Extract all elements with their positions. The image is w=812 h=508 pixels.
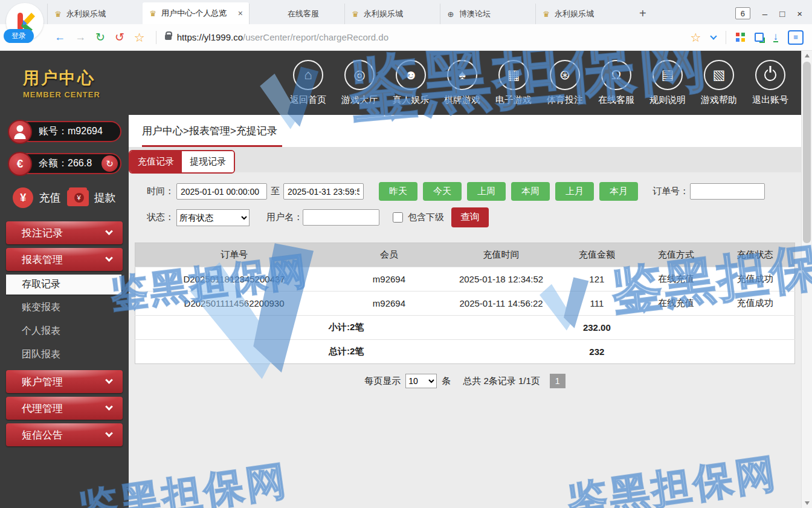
sidebar-subitem-deposit-records-active[interactable]: 存取记录 [6, 275, 121, 295]
username-input[interactable] [303, 209, 379, 226]
nav-rules[interactable]: ▤ 规则说明 [650, 60, 685, 106]
order-no-input[interactable] [690, 183, 765, 200]
chevron-down-icon[interactable] [710, 33, 717, 39]
download-icon[interactable]: ↓ [773, 32, 779, 42]
quick-yesterday-button[interactable]: 昨天 [379, 182, 417, 201]
breadcrumb-bar: 用户中心>报表管理>充提记录 [129, 115, 801, 147]
nav-help[interactable]: ▧ 游戏帮助 [701, 60, 736, 106]
nav-home[interactable]: ⌂ 返回首页 [291, 60, 326, 106]
sidebar-subitem-personal-report[interactable]: 个人报表 [0, 319, 129, 343]
chevron-down-icon [105, 403, 113, 411]
recharge-button[interactable]: ¥ 充值 [13, 187, 60, 208]
nav-sports[interactable]: ⊛ 体育投注 [547, 60, 582, 106]
card-games-icon: ♠ [447, 60, 477, 90]
maximize-button[interactable]: □ [779, 8, 785, 19]
tab-user-center-active[interactable]: ♛ 用户中心-个人总览 × [143, 2, 249, 24]
status-label: 状态： [147, 212, 174, 223]
bookmark-star-icon[interactable]: ☆ [691, 30, 701, 45]
refresh-balance-icon[interactable]: ↻ [102, 155, 118, 172]
undo-icon[interactable]: ↺ [115, 30, 124, 44]
divider [156, 31, 156, 44]
crown-favicon-icon: ♛ [149, 9, 157, 18]
help-icon: ▧ [704, 60, 734, 90]
search-button[interactable]: 查询 [451, 207, 489, 227]
tab-recharge-records[interactable]: 充值记录 [130, 151, 182, 172]
power-icon [755, 60, 785, 90]
tab-yongli-2[interactable]: ♛ 永利娱乐城 [344, 4, 440, 24]
screenshot-icon[interactable] [755, 33, 764, 42]
tab-close-icon[interactable]: × [238, 8, 243, 18]
account-pill: 账号：m92694 [8, 121, 121, 142]
include-sub-label: 包含下级 [408, 212, 444, 223]
home-icon: ⌂ [293, 60, 323, 90]
close-window-button[interactable]: × [797, 8, 802, 19]
include-sub-checkbox[interactable] [393, 212, 403, 223]
sidebar-item-agent-mgmt[interactable]: 代理管理 [6, 397, 123, 420]
header-nav: ⌂ 返回首页 ◎ 游戏大厅 ☻ 真人娱乐 ♠ 棋牌游戏 ▦ 电子游戏 ⊛ 体育投… [291, 60, 812, 106]
new-tab-button[interactable]: + [631, 7, 655, 24]
crown-favicon-icon: ♛ [542, 10, 550, 19]
sidebar-item-sms-notice[interactable]: 短信公告 [6, 423, 123, 446]
tab-count-badge[interactable]: 6 [735, 7, 750, 19]
nav-slots[interactable]: ▦ 电子游戏 [496, 60, 531, 106]
favorites-star-icon[interactable]: ☆ [134, 30, 145, 45]
rules-icon: ▤ [652, 60, 683, 90]
col-order-no: 订单号 [135, 243, 334, 267]
scroll-up-icon[interactable] [805, 54, 810, 57]
refresh-icon[interactable]: ↻ [95, 30, 105, 44]
time-to-input[interactable] [283, 183, 364, 200]
page-1-button[interactable]: 1 [550, 374, 566, 388]
headset-icon: Ω [601, 60, 631, 90]
back-icon[interactable]: ← [54, 31, 65, 44]
subtotal-value: 232.00 [557, 316, 636, 340]
quick-last-month-button[interactable]: 上月 [555, 182, 594, 201]
table-row: D2025011114562200930 m92694 2025-01-11 1… [135, 291, 795, 316]
nav-customer-service[interactable]: Ω 在线客服 [599, 60, 634, 106]
browser-menu-icon[interactable]: ≡ [788, 30, 804, 45]
tab-online-service[interactable]: 在线客服 [249, 4, 344, 24]
col-charge-status: 充值状态 [715, 243, 794, 267]
nav-game-hall[interactable]: ◎ 游戏大厅 [342, 60, 377, 106]
apps-grid-icon[interactable] [736, 33, 745, 42]
tab-withdraw-records[interactable]: 提现记录 [182, 151, 234, 172]
scrollbar-thumb[interactable] [803, 62, 811, 243]
scroll-down-icon[interactable] [805, 501, 810, 505]
sidebar-item-report-mgmt[interactable]: 报表管理 [6, 248, 123, 271]
nav-card-games[interactable]: ♠ 棋牌游戏 [445, 60, 480, 106]
quick-this-week-button[interactable]: 本周 [511, 182, 550, 201]
per-page-select[interactable]: 10 [405, 374, 437, 388]
sidebar-item-bet-records[interactable]: 投注记录 [6, 221, 123, 244]
page-scrollbar[interactable] [801, 51, 812, 508]
url-text[interactable]: https://yl1999.co/userCenter/report/char… [177, 32, 388, 42]
sidebar: 账号：m92694 € 余额：266.8 ↻ ¥ 充值 提款 投注记录 报表管理… [0, 115, 129, 508]
records-summary: 总共 2条记录 1/1页 [463, 376, 540, 387]
quick-today-button[interactable]: 今天 [423, 182, 462, 201]
username-label: 用户名： [266, 212, 303, 223]
quick-this-month-button[interactable]: 本月 [599, 182, 638, 201]
quick-last-week-button[interactable]: 上周 [467, 182, 506, 201]
total-label: 总计:2笔 [135, 340, 558, 364]
chevron-down-icon [105, 254, 113, 262]
sidebar-subitem-team-report[interactable]: 团队报表 [0, 343, 129, 366]
browser-address-bar: ← → ↻ ↺ ☆ https://yl1999.co/userCenter/r… [0, 24, 812, 51]
withdraw-button[interactable]: 提款 [67, 187, 116, 208]
divider [726, 31, 726, 44]
browser-login-button[interactable]: 登录 [4, 29, 34, 43]
nav-live-casino[interactable]: ☻ 真人娱乐 [393, 60, 428, 106]
breadcrumb: 用户中心>报表管理>充提记录 [142, 124, 801, 138]
tab-yongli-3[interactable]: ♛ 永利娱乐城 [535, 4, 631, 24]
sidebar-subitem-account-change-report[interactable]: 账变报表 [0, 296, 129, 319]
chevron-down-icon [105, 227, 113, 235]
tab-yongli-1[interactable]: ♛ 永利娱乐城 [47, 4, 143, 24]
tab-forum[interactable]: ⊕ 博澳论坛 [440, 4, 535, 24]
sidebar-item-account-mgmt[interactable]: 账户管理 [6, 370, 123, 393]
nav-logout[interactable]: 退出账号 [753, 60, 788, 106]
status-select[interactable]: 所有状态 [176, 209, 250, 226]
order-no-label: 订单号： [652, 186, 689, 197]
col-charge-time: 充值时间 [445, 243, 558, 267]
crown-favicon-icon: ♛ [54, 10, 62, 19]
minimize-button[interactable]: – [762, 8, 767, 19]
time-from-input[interactable] [176, 183, 267, 200]
forward-icon[interactable]: → [75, 31, 86, 44]
table-header-row: 订单号 会员 充值时间 充值金额 充值方式 充值状态 [135, 243, 795, 267]
